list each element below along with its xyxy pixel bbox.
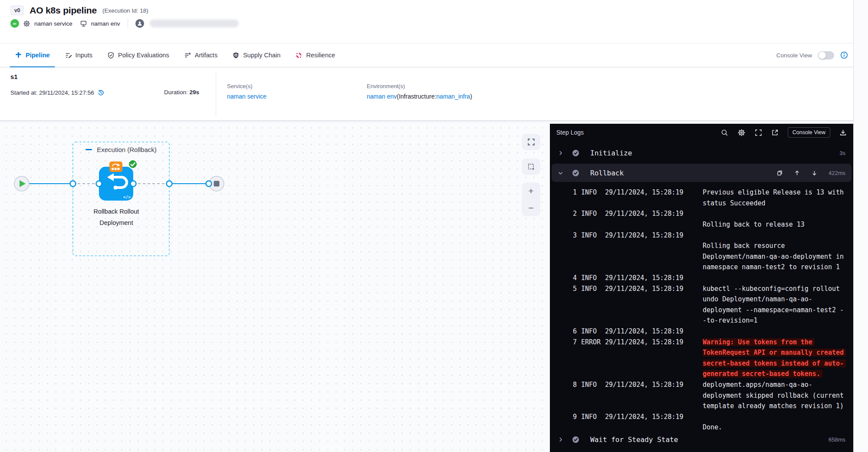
tab-artifacts[interactable]: Artifacts — [179, 43, 223, 67]
log-message: generated secret-based tokens. — [703, 370, 853, 378]
log-timestamp: 29/11/2024, 15:28:19 — [605, 338, 703, 346]
log-message: status Succeeded — [703, 199, 853, 207]
section-duration: 658ms — [829, 436, 845, 443]
log-message-text: Rolling back to release 13 — [703, 221, 805, 228]
download-logs-icon[interactable] — [839, 129, 847, 136]
chevron-right-icon[interactable] — [558, 150, 563, 156]
log-message: kubectl --kubeconfig=config rollout — [703, 285, 853, 293]
divider — [216, 71, 216, 117]
log-row: status Succeeded — [550, 198, 853, 209]
log-message-text: deployment.apps/naman-qa-ao- — [703, 381, 812, 389]
canvas-fullscreen-button[interactable] — [522, 134, 540, 150]
tab-supply-chain[interactable]: Supply Chain — [227, 43, 286, 67]
log-level: INFO — [581, 413, 605, 421]
chevron-right-icon[interactable] — [558, 437, 563, 442]
infrastructure-link[interactable]: naman_infra — [436, 93, 470, 100]
log-message-error-text: TokenRequest API or manually created — [703, 349, 846, 356]
redacted-user-email — [150, 20, 239, 27]
log-panel-title: Step Logs — [556, 129, 584, 136]
connector-port[interactable] — [206, 181, 212, 187]
log-message-error-text: Warning: Use tokens from the — [703, 338, 815, 346]
log-row: 3INFO29/11/2024, 15:28:19 — [550, 230, 853, 241]
tab-resilience[interactable]: Resilience — [290, 43, 340, 67]
log-section-initialize[interactable]: Initialize 3s — [552, 145, 852, 161]
log-section-rollback[interactable]: Rollback 422ms — [552, 164, 852, 182]
log-message-text: undo Deployment/naman-qa-ao- — [703, 295, 812, 303]
expand-fullscreen-icon[interactable] — [755, 129, 762, 136]
log-row: 2INFO29/11/2024, 15:28:19 — [550, 208, 853, 219]
chevron-down-icon[interactable] — [558, 170, 563, 176]
tab-label: Resilience — [306, 52, 335, 59]
app-header: v0 AO k8s pipeline (Execution Id: 18) ∞ … — [0, 0, 853, 43]
tab-pipeline[interactable]: Pipeline — [10, 43, 55, 67]
log-line-number: 2 — [550, 210, 577, 218]
log-row: undo Deployment/naman-qa-ao- — [550, 294, 853, 305]
user-avatar-icon — [135, 19, 144, 28]
log-message-text: template already matches revision 1) — [703, 402, 844, 410]
log-level: INFO — [581, 188, 605, 196]
environment-link[interactable]: naman env — [367, 93, 397, 100]
canvas-zoom-control[interactable]: + − — [522, 182, 540, 216]
log-row: 5INFO29/11/2024, 15:28:19kubectl --kubec… — [550, 283, 853, 294]
log-line-number: 4 — [550, 274, 577, 282]
canvas-marquee-select-button[interactable] — [522, 158, 540, 175]
started-at: Started at: 29/11/2024, 15:27:56 — [10, 89, 105, 96]
connector-port[interactable] — [70, 181, 76, 187]
stage-name: s1 — [10, 73, 18, 80]
log-section-wait-for-steady-state[interactable]: Wait for Steady State 658ms — [552, 431, 852, 448]
log-row: generated secret-based tokens. — [550, 369, 853, 379]
search-icon[interactable] — [721, 129, 728, 136]
stage-info-bar: s1 Started at: 29/11/2024, 15:27:56 Dura… — [0, 67, 853, 121]
log-row: secret-based tokens instead of auto- — [550, 358, 853, 369]
console-view-toggle[interactable] — [818, 51, 834, 59]
service-name[interactable]: naman service — [34, 20, 72, 27]
step-success-icon — [572, 436, 579, 443]
environment-name[interactable]: naman env — [91, 20, 120, 27]
execution-group-header[interactable]: Execution (Rollback) — [73, 146, 169, 153]
step-success-icon — [572, 169, 579, 177]
log-message-text: Rolling back resource — [703, 242, 785, 250]
duration-value: 29s — [190, 89, 200, 96]
copy-logs-icon[interactable] — [776, 170, 783, 176]
log-row: 4INFO29/11/2024, 15:28:19 — [550, 273, 853, 284]
log-line-number: 1 — [550, 188, 577, 196]
log-timestamp: 29/11/2024, 15:28:19 — [605, 413, 703, 421]
connector-port[interactable] — [96, 181, 102, 187]
tab-label: Inputs — [76, 52, 93, 59]
log-rows: 1INFO29/11/2024, 15:28:19Previous eligib… — [550, 187, 853, 433]
service-gear-icon — [23, 20, 30, 27]
log-row: -to-revision=1 — [550, 315, 853, 326]
connector-port[interactable] — [167, 181, 172, 187]
title-row: v0 AO k8s pipeline (Execution Id: 18) — [10, 4, 148, 17]
tab-policy-evaluations[interactable]: Policy Evaluations — [102, 43, 174, 67]
tab-inputs[interactable]: Inputs — [59, 43, 98, 67]
page-scrollbar-track[interactable] — [853, 0, 868, 452]
connector-port[interactable] — [131, 181, 136, 187]
log-timestamp: 29/11/2024, 15:28:19 — [605, 285, 703, 293]
log-timestamp: 29/11/2024, 15:28:19 — [605, 327, 703, 335]
log-message: template already matches revision 1) — [703, 402, 853, 410]
collapse-minus-icon[interactable] — [85, 149, 92, 150]
log-message-text: Previous eligible Release is 13 with — [703, 188, 844, 196]
scroll-to-bottom-icon[interactable] — [811, 170, 818, 176]
log-message-text: Deployment/naman-qa-ao-deployment in — [703, 253, 844, 261]
log-message-error-text: secret-based tokens instead of auto- — [703, 360, 846, 367]
started-at-text: Started at: 29/11/2024, 15:27:56 — [10, 89, 94, 96]
info-icon[interactable] — [840, 51, 848, 59]
zoom-out-button[interactable]: − — [528, 203, 533, 212]
zoom-in-button[interactable]: + — [528, 186, 533, 195]
scroll-to-top-icon[interactable] — [794, 170, 800, 176]
console-view-button[interactable]: Console View — [788, 127, 830, 138]
tab-bar: Pipeline Inputs Policy Evaluations Artif… — [0, 43, 853, 67]
log-settings-gear-icon[interactable] — [737, 129, 746, 137]
service-link[interactable]: naman service — [227, 93, 266, 100]
execution-history-icon[interactable] — [97, 89, 105, 96]
tabbar-right: Console View — [776, 51, 853, 59]
services-column: Service(s) naman service — [227, 83, 266, 100]
log-message: deployment.apps/naman-qa-ao- — [703, 381, 853, 389]
open-in-new-tab-icon[interactable] — [771, 129, 779, 136]
section-name: Rollback — [590, 169, 624, 177]
artifacts-icon — [184, 52, 191, 59]
log-message: deployment --namespace=naman-test2 - — [703, 306, 853, 314]
log-message: Previous eligible Release is 13 with — [703, 188, 853, 196]
